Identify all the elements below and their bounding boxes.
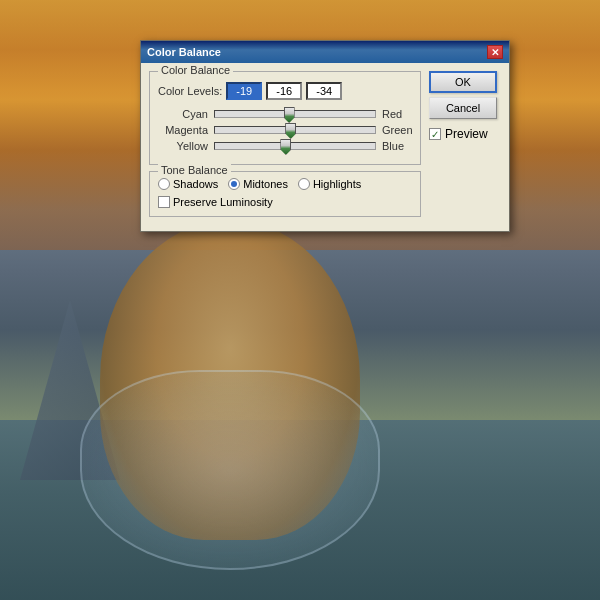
shadows-label: Shadows (173, 178, 218, 190)
preview-label: Preview (445, 127, 488, 141)
highlights-radio[interactable]: Highlights (298, 178, 361, 190)
highlights-radio-circle (298, 178, 310, 190)
yellow-blue-track[interactable] (214, 142, 376, 150)
midtones-radio[interactable]: Midtones (228, 178, 288, 190)
close-button[interactable]: ✕ (487, 45, 503, 59)
blue-label: Blue (382, 140, 412, 152)
yellow-label: Yellow (158, 140, 208, 152)
dialog-titlebar: Color Balance ✕ (141, 41, 509, 63)
preview-checkbox[interactable]: ✓ (429, 128, 441, 140)
cancel-button[interactable]: Cancel (429, 97, 497, 119)
color-balance-group-label: Color Balance (158, 64, 233, 76)
cyan-red-thumb[interactable] (284, 107, 295, 123)
color-balance-dialog: Color Balance ✕ Color Balance Color Leve… (140, 40, 510, 232)
tone-balance-group: Tone Balance Shadows Midtones (149, 171, 421, 217)
preview-row: ✓ Preview (429, 127, 501, 141)
dialog-left-panel: Color Balance Color Levels: Cyan Red (149, 71, 421, 223)
yellow-blue-thumb[interactable] (280, 139, 291, 155)
cyan-red-track[interactable] (214, 110, 376, 118)
green-label: Green (382, 124, 412, 136)
dialog-body: Color Balance Color Levels: Cyan Red (141, 63, 509, 231)
preserve-luminosity-box (158, 196, 170, 208)
level1-input[interactable] (226, 82, 262, 100)
color-levels-label: Color Levels: (158, 85, 222, 97)
tone-balance-group-label: Tone Balance (158, 164, 231, 176)
cyan-red-slider-row: Cyan Red (158, 108, 412, 120)
red-label: Red (382, 108, 412, 120)
preserve-luminosity-checkbox[interactable]: Preserve Luminosity (158, 196, 412, 208)
midtones-label: Midtones (243, 178, 288, 190)
tone-radio-row: Shadows Midtones Highlights (158, 178, 412, 190)
level2-input[interactable] (266, 82, 302, 100)
magenta-label: Magenta (158, 124, 208, 136)
level3-input[interactable] (306, 82, 342, 100)
yellow-blue-slider-row: Yellow Blue (158, 140, 412, 152)
magenta-green-slider-row: Magenta Green (158, 124, 412, 136)
color-levels-row: Color Levels: (158, 82, 412, 100)
dialog-right-panel: OK Cancel ✓ Preview (429, 71, 501, 223)
glass-bowl (80, 370, 380, 570)
ok-button[interactable]: OK (429, 71, 497, 93)
cyan-label: Cyan (158, 108, 208, 120)
shadows-radio-circle (158, 178, 170, 190)
dialog-title: Color Balance (147, 46, 221, 58)
shadows-radio[interactable]: Shadows (158, 178, 218, 190)
magenta-green-track[interactable] (214, 126, 376, 134)
color-balance-group: Color Balance Color Levels: Cyan Red (149, 71, 421, 165)
magenta-green-thumb[interactable] (285, 123, 296, 139)
midtones-radio-circle (228, 178, 240, 190)
highlights-label: Highlights (313, 178, 361, 190)
preserve-luminosity-label: Preserve Luminosity (173, 196, 273, 208)
